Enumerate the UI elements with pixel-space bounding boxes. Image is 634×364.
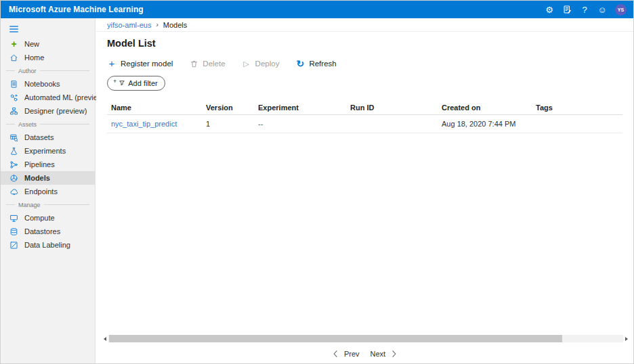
page-title: Model List bbox=[107, 38, 622, 49]
add-filter-label: Add filter bbox=[128, 79, 157, 87]
app-window: Microsoft Azure Machine Learning ⚙ ? ☺ Y… bbox=[0, 0, 634, 364]
settings-icon[interactable]: ⚙ bbox=[541, 1, 558, 18]
sidebar-item-models[interactable]: Models bbox=[1, 171, 95, 185]
hamburger-bar bbox=[9, 28, 18, 30]
sidebar-item-designer[interactable]: Designer (preview) bbox=[1, 104, 95, 118]
next-label: Next bbox=[371, 350, 386, 358]
top-bar: Microsoft Azure Machine Learning ⚙ ? ☺ Y… bbox=[1, 1, 633, 18]
delete-label: Delete bbox=[203, 60, 225, 68]
sidebar-item-label: Notebooks bbox=[24, 80, 60, 88]
prev-label: Prev bbox=[344, 350, 360, 358]
home-icon bbox=[9, 53, 18, 62]
models-table: Name Version Experiment Run ID Created o… bbox=[107, 101, 622, 133]
refresh-button[interactable]: ↻ Refresh bbox=[295, 59, 336, 68]
filter-funnel-icon bbox=[118, 78, 126, 88]
sidebar-item-label: Compute bbox=[24, 214, 55, 222]
hamburger-bar bbox=[9, 26, 18, 27]
column-header-tags[interactable]: Tags bbox=[532, 104, 622, 112]
cell-name: nyc_taxi_tip_predict bbox=[107, 120, 202, 128]
register-model-label: Register model bbox=[121, 60, 173, 68]
sidebar-item-datastores[interactable]: Datastores bbox=[1, 225, 95, 238]
column-header-created-on[interactable]: Created on bbox=[438, 104, 532, 112]
plus-icon: + bbox=[107, 59, 117, 68]
sidebar-item-new[interactable]: + New bbox=[1, 37, 95, 51]
sidebar-item-label: Models bbox=[24, 174, 50, 182]
register-model-button[interactable]: + Register model bbox=[107, 59, 173, 68]
scrollbar-thumb[interactable] bbox=[109, 335, 562, 342]
command-bar: + Register model Delete ▷ Deploy ↻ Refre… bbox=[107, 59, 622, 68]
cell-created-on: Aug 18, 2020 7:44 PM bbox=[438, 120, 532, 128]
sidebar-item-label: Datasets bbox=[24, 133, 54, 141]
pagination: Prev Next bbox=[96, 348, 633, 359]
help-icon[interactable]: ? bbox=[576, 1, 593, 18]
breadcrumb-workspace-link[interactable]: yifso-aml-eus bbox=[107, 21, 151, 29]
cell-experiment: -- bbox=[254, 120, 346, 128]
sidebar-item-label: Datastores bbox=[24, 227, 60, 235]
sidebar-item-notebooks[interactable]: Notebooks bbox=[1, 77, 95, 91]
deploy-label: Deploy bbox=[255, 60, 280, 68]
hamburger-bar bbox=[9, 31, 18, 32]
delete-button[interactable]: Delete bbox=[189, 60, 225, 68]
cell-version: 1 bbox=[202, 120, 254, 128]
sidebar-item-compute[interactable]: Compute bbox=[1, 211, 95, 225]
column-header-experiment[interactable]: Experiment bbox=[254, 104, 346, 112]
sidebar-item-label: Experiments bbox=[24, 147, 66, 155]
column-header-version[interactable]: Version bbox=[202, 104, 254, 112]
sidebar-section-author: Author bbox=[1, 64, 95, 77]
add-filter-button[interactable]: + Add filter bbox=[107, 76, 165, 91]
sidebar-item-automated-ml[interactable]: Automated ML (preview) bbox=[1, 91, 95, 104]
plus-icon: + bbox=[113, 78, 117, 85]
breadcrumb: yifso-aml-eus › Models bbox=[96, 18, 633, 32]
app-title: Microsoft Azure Machine Learning bbox=[9, 5, 144, 14]
datastores-database-icon bbox=[9, 227, 18, 236]
model-name-link[interactable]: nyc_taxi_tip_predict bbox=[111, 120, 177, 128]
datasets-icon bbox=[9, 133, 18, 142]
scrollbar-track[interactable] bbox=[108, 335, 623, 342]
column-header-name[interactable]: Name bbox=[107, 104, 202, 112]
avatar[interactable]: YS bbox=[615, 4, 627, 16]
automated-ml-icon bbox=[9, 93, 18, 102]
sidebar-item-label: Data Labeling bbox=[24, 241, 70, 249]
chevron-right-icon: › bbox=[156, 21, 158, 28]
horizontal-scrollbar bbox=[104, 334, 628, 343]
breadcrumb-current-page: Models bbox=[163, 21, 187, 29]
compute-monitor-icon bbox=[9, 214, 18, 223]
scroll-left-arrow-icon[interactable] bbox=[104, 337, 106, 341]
trash-icon bbox=[189, 60, 198, 68]
endpoints-cloud-icon bbox=[9, 187, 18, 196]
column-header-run-id[interactable]: Run ID bbox=[346, 104, 438, 112]
data-labeling-edit-icon bbox=[9, 241, 18, 250]
sidebar-item-datasets[interactable]: Datasets bbox=[1, 131, 95, 144]
play-icon: ▷ bbox=[242, 60, 251, 68]
chevron-left-icon bbox=[333, 350, 339, 358]
feedback-form-icon[interactable] bbox=[558, 1, 576, 18]
sidebar-item-label: Designer (preview) bbox=[24, 107, 87, 115]
sidebar-item-endpoints[interactable]: Endpoints bbox=[1, 185, 95, 198]
sidebar-item-home[interactable]: Home bbox=[1, 51, 95, 64]
scroll-right-arrow-icon[interactable] bbox=[625, 337, 628, 341]
table-header-row: Name Version Experiment Run ID Created o… bbox=[107, 101, 622, 115]
sidebar-item-pipelines[interactable]: Pipelines bbox=[1, 158, 95, 171]
smiley-feedback-icon[interactable]: ☺ bbox=[593, 1, 611, 18]
chevron-right-icon bbox=[391, 350, 397, 358]
sidebar-item-label: Automated ML (preview) bbox=[24, 93, 105, 101]
notebook-icon bbox=[9, 80, 18, 89]
refresh-label: Refresh bbox=[309, 60, 336, 68]
sidebar-item-data-labeling[interactable]: Data Labeling bbox=[1, 238, 95, 252]
plus-icon: + bbox=[9, 40, 18, 49]
sidebar-section-manage: Manage bbox=[1, 198, 95, 211]
section-title: Assets bbox=[18, 121, 37, 128]
deploy-button[interactable]: ▷ Deploy bbox=[242, 60, 280, 68]
sidebar-item-label: Home bbox=[24, 53, 44, 62]
table-row: nyc_taxi_tip_predict 1 -- Aug 18, 2020 7… bbox=[107, 115, 622, 133]
designer-icon bbox=[9, 107, 18, 116]
next-page-button[interactable]: Next bbox=[365, 348, 403, 359]
sidebar-item-label: Endpoints bbox=[24, 187, 58, 196]
hamburger-menu-icon[interactable] bbox=[1, 22, 28, 37]
section-title: Manage bbox=[18, 202, 41, 208]
sidebar-item-label: New bbox=[24, 40, 39, 48]
pipelines-icon bbox=[9, 160, 18, 169]
sidebar-item-experiments[interactable]: Experiments bbox=[1, 144, 95, 158]
prev-page-button[interactable]: Prev bbox=[327, 348, 365, 359]
section-title: Author bbox=[18, 68, 37, 74]
